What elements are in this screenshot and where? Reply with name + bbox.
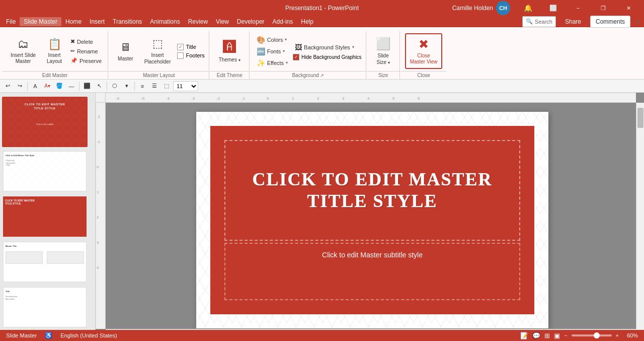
search-box[interactable]: 🔍 Search xyxy=(522,16,556,27)
text-box-button[interactable]: ⬚ xyxy=(161,81,172,92)
menu-slide-master[interactable]: Slide Master xyxy=(20,17,61,26)
comments-status-icon[interactable]: 💬 xyxy=(532,332,540,339)
menu-home[interactable]: Home xyxy=(61,17,86,26)
svg-text:3: 3 xyxy=(342,96,345,101)
menu-insert[interactable]: Insert xyxy=(86,17,109,26)
zoom-slider[interactable] xyxy=(572,334,612,336)
accessibility-icon: ♿ xyxy=(45,332,52,339)
background-styles-icon: 🖼 xyxy=(295,43,302,51)
zoom-level[interactable]: 60% xyxy=(623,332,638,338)
toolbar-sep-4 xyxy=(134,82,135,91)
themes-button[interactable]: 🅰 Themes ▾ xyxy=(214,36,245,67)
toolbar-sep-2 xyxy=(79,82,79,91)
svg-text:4: 4 xyxy=(367,96,370,101)
svg-text:2: 2 xyxy=(97,215,99,220)
rename-button[interactable]: ✏ Rename xyxy=(68,47,104,55)
fonts-button[interactable]: 🔤 Fonts ▾ xyxy=(255,46,290,56)
redo-button[interactable]: ↪ xyxy=(14,81,25,92)
undo-button[interactable]: ↩ xyxy=(2,81,13,92)
align-center-button[interactable]: ☰ xyxy=(149,81,160,92)
title-checkbox[interactable]: ✓ Title xyxy=(177,44,204,50)
master-layout-label: Master Layout xyxy=(109,71,209,79)
slide-thumb-1[interactable]: CLICK TO EDIT MASTERTITLE STYLE Click to… xyxy=(2,97,88,147)
line-button[interactable]: — xyxy=(66,81,77,92)
close-button[interactable]: ✕ xyxy=(617,0,640,16)
menu-help[interactable]: Help xyxy=(297,17,317,26)
slide-thumb-4[interactable]: Master Title xyxy=(2,241,88,283)
slide-size-button[interactable]: ⬜ SlideSize ▾ xyxy=(371,33,395,69)
preserve-button[interactable]: 📌 Preserve xyxy=(68,56,104,65)
master-button[interactable]: 🖥 Master xyxy=(113,36,138,67)
edit-master-label: Edit Master xyxy=(2,71,108,79)
close-label: Close xyxy=(401,71,447,79)
title-bar-controls: Camille Holden CH 🔔 ⬜ − ❐ ✕ xyxy=(452,0,640,16)
svg-text:-3: -3 xyxy=(191,96,195,101)
slide-thumb-3[interactable]: CLICK TO EDIT MASTERTITLE STYLE xyxy=(2,195,88,238)
effects-label: Effects xyxy=(267,60,284,66)
placeholder-icon: ⬚ xyxy=(152,37,163,50)
svg-text:5: 5 xyxy=(392,96,395,101)
user-name: Camille Holden xyxy=(452,5,493,12)
menu-animations[interactable]: Animations xyxy=(146,17,184,26)
menu-addins[interactable]: Add-ins xyxy=(269,17,297,26)
slide-title-text: CLICK TO EDIT MASTER TITLE STYLE xyxy=(225,161,519,220)
group-size: ⬜ SlideSize ▾ Size xyxy=(367,31,400,79)
slide-title-box[interactable]: CLICK TO EDIT MASTER TITLE STYLE xyxy=(224,140,520,241)
delete-button[interactable]: ✖ Delete xyxy=(68,37,104,46)
slide-thumb-2[interactable]: Click to Edit Master Title Style • Click… xyxy=(2,150,88,192)
comments-button[interactable]: Comments xyxy=(590,16,630,28)
ribbon-display-button[interactable]: ⬜ xyxy=(541,0,565,16)
menu-view[interactable]: View xyxy=(212,17,233,26)
shapes-button[interactable]: ⬡ xyxy=(109,81,120,92)
close-master-view-button[interactable]: ✖ CloseMaster View xyxy=(405,33,443,69)
notes-icon[interactable]: 📝 xyxy=(520,332,528,339)
toolbar-sep-3 xyxy=(107,82,107,91)
align-left-button[interactable]: ≡ xyxy=(137,81,148,92)
slide-thumb-5[interactable]: Title Text content areaMore content xyxy=(2,286,88,328)
colors-button[interactable]: 🎨 Colors ▾ xyxy=(255,35,290,45)
svg-text:-6: -6 xyxy=(116,96,120,101)
ribbon-collapse-button[interactable]: ∧ xyxy=(633,18,642,25)
insert-slide-master-button[interactable]: 🗂 Insert SlideMaster xyxy=(6,34,40,68)
group-master-layout: 🖥 Master ⬚ InsertPlaceholder ✓ Title Foo… xyxy=(109,31,209,79)
arrange-button[interactable]: ⬛ xyxy=(82,81,93,92)
minimize-button[interactable]: 🔔 xyxy=(516,0,539,16)
highlight-button[interactable]: A▾ xyxy=(42,81,53,92)
insert-layout-button[interactable]: 📋 InsertLayout xyxy=(42,34,66,68)
minimize-window-button[interactable]: − xyxy=(567,0,590,16)
fit-page-icon[interactable]: ⊞ xyxy=(544,332,550,339)
rename-icon: ✏ xyxy=(70,48,75,54)
share-button[interactable]: Share xyxy=(559,16,587,27)
menu-review[interactable]: Review xyxy=(184,17,212,26)
ruler-corner xyxy=(96,93,106,103)
restore-button[interactable]: ❐ xyxy=(592,0,615,16)
zoom-out-icon[interactable]: − xyxy=(564,332,567,338)
slide[interactable]: CLICK TO EDIT MASTER TITLE STYLE Click t… xyxy=(196,112,548,328)
ruler-vertical: -2 -1 0 1 2 3 4 xyxy=(96,103,106,329)
menu-file[interactable]: File xyxy=(2,17,20,26)
slide-subtitle-text: Click to edit Master subtitle style xyxy=(322,251,423,259)
slide-subtitle-box[interactable]: Click to edit Master subtitle style xyxy=(224,243,520,300)
select-button[interactable]: ↖ xyxy=(94,81,105,92)
title-bar: Presentation1 - PowerPoint Camille Holde… xyxy=(0,0,644,16)
footers-checkbox[interactable]: Footers xyxy=(177,52,204,59)
effects-button[interactable]: ✨ Effects ▾ xyxy=(255,58,290,68)
fonts-dropdown-icon: ▾ xyxy=(283,49,285,53)
effects-dropdown-icon: ▾ xyxy=(286,60,288,65)
shapes-dropdown[interactable]: ▾ xyxy=(121,81,132,92)
hide-bg-checkbox[interactable]: ✓ Hide Background Graphics xyxy=(293,54,362,60)
themes-icon: 🅰 xyxy=(223,39,236,55)
normal-view-icon[interactable]: ▣ xyxy=(554,332,560,339)
background-styles-button[interactable]: 🖼 Background Styles ▾ xyxy=(293,42,362,52)
zoom-in-icon[interactable]: + xyxy=(616,332,619,338)
font-color-button[interactable]: A xyxy=(30,81,41,92)
menu-transitions[interactable]: Transitions xyxy=(109,17,146,26)
effects-icon: ✨ xyxy=(257,59,265,67)
font-size-select[interactable]: 11 12 14 18 xyxy=(173,81,198,91)
menu-developer[interactable]: Developer xyxy=(233,17,269,26)
insert-placeholder-button[interactable]: ⬚ InsertPlaceholder xyxy=(140,34,176,69)
scrollbar-vertical[interactable] xyxy=(636,103,644,329)
fill-color-button[interactable]: 🪣 xyxy=(54,81,65,92)
svg-text:-4: -4 xyxy=(166,96,170,101)
slide-canvas: CLICK TO EDIT MASTER TITLE STYLE Click t… xyxy=(111,108,634,332)
